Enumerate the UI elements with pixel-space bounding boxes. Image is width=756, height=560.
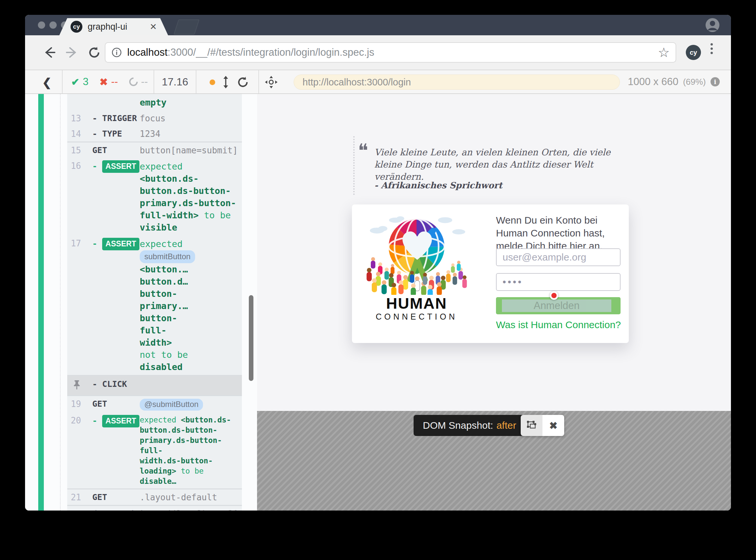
aut-frame: ❝ Viele kleine Leute, an vielen kleinen … [257,94,731,511]
url-path: :3000/__/#/tests/integration/login/login… [167,46,374,58]
new-tab-button[interactable] [174,19,200,35]
pin-icon [67,379,82,393]
log-command-name: - ASSERT [82,160,140,173]
submit-button[interactable]: Anmelden [496,297,621,314]
log-row-pinned[interactable]: - CLICK [67,375,242,395]
bookmark-star-icon[interactable]: ☆ [658,46,670,59]
log-command-name: - TRIGGER [82,113,140,124]
alias-chip[interactable]: @submitButton [140,399,203,411]
url-host: localhost [127,46,167,58]
passed-icon: ✔ [71,76,79,88]
log-command-message: empty [140,96,242,108]
assert-badge: ASSERT [102,415,140,427]
scroll-arrows-icon[interactable] [219,75,233,89]
selector-playground-icon[interactable] [264,75,278,89]
profile-icon[interactable] [705,18,720,32]
aut-url[interactable]: http://localhost:3000/login [294,75,620,90]
command-log-panel: empty13- TRIGGERfocus14- TYPE123415GETbu… [25,94,257,511]
cypress-toolbar: ❮ ✔ 3 ✖ -- -- 17.16 [25,70,731,94]
stats-failed: ✖ -- [100,70,118,93]
submit-button-label: Anmelden [533,300,580,312]
log-indent-guide [60,94,61,511]
log-row[interactable]: (NEW URL)http://localhost:30… [67,505,242,511]
log-row[interactable]: 17- ASSERTexpected submitButton <button.… [67,236,242,375]
forward-button[interactable] [63,44,80,61]
quote-attribution: - Afrikanisches Sprichwort [374,180,502,190]
log-scrollbar-thumb[interactable] [249,295,253,381]
back-to-tests-button[interactable]: ❮ [42,76,52,89]
log-row-number: 17 [67,238,82,249]
quote-text: Viele kleine Leute, an vielen kleinen Or… [374,146,628,183]
log-command-message: button[name=submit] [140,145,242,156]
titlebar: cy graphql-ui ✕ [25,15,731,35]
cypress-favicon: cy [70,21,82,33]
snapshot-close-button[interactable]: ✖ [543,415,564,436]
snapshot-highlight-toggle[interactable] [521,415,543,436]
log-row-number: 15 [67,145,82,156]
viewport-info-icon[interactable]: i [711,77,720,86]
email-field[interactable] [496,248,621,266]
viewport-zoom: (69%) [683,77,706,87]
login-intro-text: Wenn Du ein Konto bei Human Connection h… [496,214,624,252]
login-card: HUMAN CONNECTION Wenn Du ein Konto bei H… [352,204,629,343]
log-command-message: expected <button.ds- button.ds-button- p… [140,415,242,486]
log-command-message: focus [140,113,242,124]
logo-wordmark-line2: CONNECTION [361,312,472,322]
reload-button[interactable] [86,44,103,61]
autoscroll-indicator[interactable] [210,79,215,85]
back-button[interactable] [41,44,58,61]
pending-icon [128,76,140,88]
aut-snapshot: ❝ Viele kleine Leute, an vielen kleinen … [257,94,731,411]
window-close-button[interactable] [38,21,45,29]
outside-snapshot-area: DOM Snapshot: after [257,411,731,511]
log-command-name: - CLICK [82,379,140,390]
log-row[interactable]: empty [67,94,242,111]
address-bar: localhost:3000/__/#/tests/integration/lo… [25,35,731,70]
assert-badge: ASSERT [102,238,140,250]
what-is-link[interactable]: Was ist Human Connection? [496,319,621,331]
window-minimize-button[interactable] [49,21,57,29]
submit-button-highlight: Anmelden [502,299,611,312]
stats-pending: -- [129,70,148,93]
log-row-number: 21 [67,492,82,503]
log-row-number: 13 [67,113,82,124]
browser-tab[interactable]: cy graphql-ui ✕ [59,18,168,35]
log-row-number: 19 [67,398,82,409]
log-command-name: GET [82,398,140,409]
log-command-name: - TYPE [82,128,140,140]
restart-tests-icon[interactable] [236,75,250,89]
log-command-message: expected <button.ds- button.ds-button- p… [140,160,242,234]
screen: cy graphql-ui ✕ [0,0,756,560]
log-row[interactable]: 13- TRIGGERfocus [67,111,242,126]
tab-close-icon[interactable]: ✕ [150,22,157,32]
cypress-extension-icon[interactable]: cy [686,45,701,60]
log-row-number: 14 [67,128,82,140]
log-row-number: 20 [67,415,82,426]
assert-badge: ASSERT [102,160,140,173]
log-row[interactable]: 16- ASSERTexpected <button.ds- button.ds… [67,158,242,236]
viewport-size: 1000 x 660 [628,76,678,88]
password-field[interactable] [496,273,621,291]
url-omnibox[interactable]: localhost:3000/__/#/tests/integration/lo… [105,42,676,63]
close-icon: ✖ [549,420,557,432]
log-row[interactable]: 14- TYPE1234 [67,126,242,141]
page-info-icon[interactable] [111,47,122,58]
log-row[interactable]: 15GETbutton[name=submit] [67,141,242,158]
quote-icon: ❝ [358,140,368,162]
log-command-message: expected submitButton <button.… button.d… [140,238,242,373]
log-command-message: @submitButton [140,398,242,411]
log-command-name: GET [82,492,140,503]
snapshot-controls: ✖ [521,415,564,436]
log-row[interactable]: 21GET.layout-default [67,488,242,505]
snapshot-label: DOM Snapshot: [423,420,493,431]
log-row[interactable]: 20- ASSERTexpected <button.ds- button.ds… [67,413,242,488]
log-command-name: (NEW URL) [82,508,140,511]
test-duration: 17.16 [154,70,196,93]
browser-menu-icon[interactable] [711,43,713,54]
dom-snapshot-tooltip: DOM Snapshot: after [414,415,525,436]
snapshot-state: after [496,420,516,431]
log-row[interactable]: 19GET@submitButton [67,395,242,413]
stats-passed: ✔ 3 [71,70,88,93]
alias-chip[interactable]: submitButton [140,250,195,263]
viewport-info: 1000 x 660 (69%) i [628,70,720,93]
